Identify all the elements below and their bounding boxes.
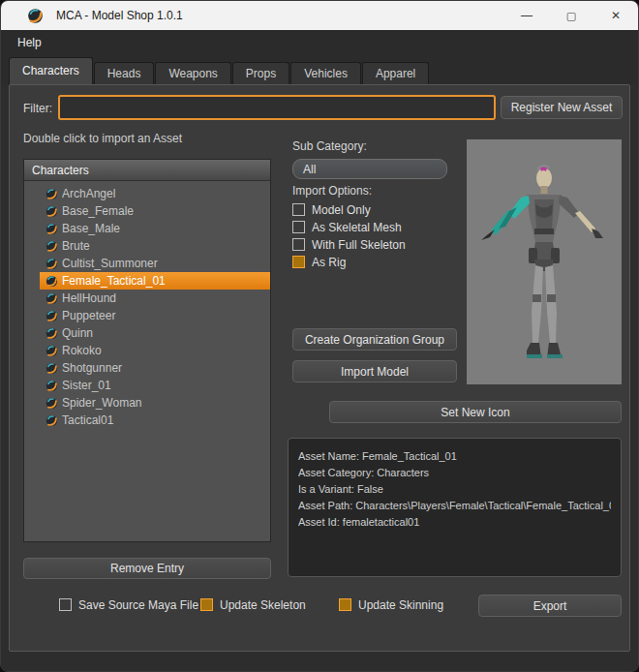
option-update-skeleton-row: Update Skeleton (200, 598, 339, 611)
character-render (467, 139, 622, 384)
list-item-label: Spider_Woman (62, 396, 142, 410)
maximize-button[interactable]: ▢ (549, 1, 593, 30)
asset-info-box: Asset Name: Female_Tactical_01Asset Cate… (288, 438, 622, 577)
option-update-skeleton-label: Update Skeleton (220, 598, 306, 612)
tab-characters[interactable]: Characters (9, 57, 93, 84)
option-save-source-maya-file-label: Save Source Maya File (78, 598, 198, 612)
tab-heads[interactable]: Heads (94, 62, 155, 84)
sub-category-dropdown[interactable]: All (292, 159, 447, 179)
export-button[interactable]: Export (478, 595, 622, 617)
list-item-label: Base_Male (62, 222, 120, 235)
list-item[interactable]: Female_Tactical_01 (40, 272, 270, 290)
tab-props[interactable]: Props (232, 62, 289, 84)
option-as-rig-label: As Rig (312, 256, 346, 269)
option-update-skeleton-checkbox[interactable] (200, 598, 213, 611)
option-update-skinning-checkbox[interactable] (339, 598, 351, 611)
list-item-label: Quinn (62, 326, 93, 340)
register-new-asset-button[interactable]: Register New Asset (501, 96, 623, 119)
maya-asset-icon (46, 380, 58, 392)
filter-input[interactable] (58, 95, 496, 120)
list-item-label: Base_Female (62, 204, 134, 218)
list-item-label: Female_Tactical_01 (62, 274, 166, 288)
list-item[interactable]: Base_Male (40, 220, 270, 237)
remove-entry-button[interactable]: Remove Entry (23, 558, 271, 579)
list-item[interactable]: HellHound (40, 290, 270, 307)
list-item-label: Puppeteer (62, 309, 115, 322)
set-new-icon-button[interactable]: Set New Icon (329, 401, 622, 423)
sub-category-label: Sub Category: (292, 139, 367, 153)
asset-preview-image (467, 139, 622, 384)
option-model-only-label: Model Only (312, 203, 371, 217)
list-item[interactable]: Shotgunner (40, 359, 270, 377)
option-as-rig-checkbox[interactable] (292, 256, 305, 268)
option-update-skinning-label: Update Skinning (358, 598, 443, 612)
asset-list: Characters ArchAngel Base_Female Base_Ma… (23, 159, 271, 542)
option-with-full-skeleton-label: With Full Skeleton (312, 238, 406, 252)
minimize-button[interactable]: — (504, 1, 549, 30)
close-button[interactable]: ✕ (593, 1, 638, 30)
tab-vehicles[interactable]: Vehicles (290, 62, 361, 84)
list-item[interactable]: Cultist_Summoner (40, 255, 270, 272)
list-item-label: Tactical01 (62, 413, 113, 427)
option-as-skeletal-mesh-label: As Skeletal Mesh (312, 221, 402, 234)
list-item[interactable]: Base_Female (40, 202, 270, 220)
list-item[interactable]: Puppeteer (40, 307, 270, 324)
list-item[interactable]: Spider_Woman (40, 394, 270, 412)
list-item-label: Cultist_Summoner (62, 257, 158, 270)
option-save-source-maya-file-checkbox[interactable] (59, 598, 72, 611)
maya-asset-icon (46, 310, 58, 322)
option-save-source-maya-file-row: Save Source Maya File (59, 598, 200, 611)
create-organization-group-button[interactable]: Create Organization Group (292, 328, 457, 351)
import-model-button[interactable]: Import Model (292, 360, 457, 382)
maya-app-icon (27, 8, 44, 24)
maya-asset-icon (46, 362, 58, 375)
option-update-skinning-row: Update Skinning (339, 598, 443, 611)
maya-asset-icon (46, 292, 58, 305)
maya-asset-icon (46, 327, 58, 340)
export-options-row: Save Source Maya FileUpdate SkeletonUpda… (59, 598, 443, 611)
maya-asset-icon (46, 258, 58, 270)
tab-weapons[interactable]: Weapons (155, 62, 230, 84)
menu-item-help[interactable]: Help (14, 34, 46, 51)
app-window: MCA - Model Shop 1.0.1 — ▢ ✕ Help Charac… (0, 0, 639, 672)
option-as-skeletal-mesh-checkbox[interactable] (292, 221, 305, 233)
maya-asset-icon (46, 240, 58, 253)
filter-label: Filter: (23, 102, 52, 115)
main-panel: Filter: Register New Asset Double click … (9, 84, 630, 652)
maya-asset-icon (46, 188, 58, 200)
import-options-label: Import Options: (292, 184, 372, 198)
tab-bar: CharactersHeadsWeaponsPropsVehiclesAppar… (1, 55, 638, 84)
list-item[interactable]: Tactical01 (40, 412, 270, 429)
option-as-rig-row: As Rig (292, 256, 406, 268)
menu-bar: Help (1, 30, 638, 55)
list-item[interactable]: Quinn (40, 324, 270, 342)
maya-asset-icon (46, 345, 58, 357)
list-item-label: Shotgunner (62, 361, 122, 375)
option-model-only-row: Model Only (292, 203, 406, 216)
option-model-only-checkbox[interactable] (292, 203, 305, 216)
tab-apparel[interactable]: Apparel (362, 62, 429, 84)
list-item-label: ArchAngel (62, 187, 115, 200)
option-with-full-skeleton-checkbox[interactable] (292, 238, 305, 251)
list-item[interactable]: Brute (40, 237, 270, 255)
list-item[interactable]: Rokoko (40, 342, 270, 359)
list-item-label: Rokoko (62, 344, 102, 357)
list-item[interactable]: Sister_01 (40, 377, 270, 394)
option-as-skeletal-mesh-row: As Skeletal Mesh (292, 221, 406, 233)
list-item[interactable]: ArchAngel (40, 185, 270, 202)
asset-info-line: Is a Variant: False (298, 481, 611, 498)
maya-asset-icon (46, 205, 58, 218)
asset-info-line: Asset Path: Characters\Players\Female\Ta… (298, 498, 611, 514)
maya-asset-icon (46, 397, 58, 410)
asset-info-line: Asset Category: Characters (298, 465, 611, 481)
import-options-group: Model OnlyAs Skeletal MeshWith Full Skel… (292, 203, 406, 268)
list-item-label: Sister_01 (62, 379, 111, 392)
asset-list-header[interactable]: Characters (24, 160, 270, 181)
asset-info-line: Asset Name: Female_Tactical_01 (298, 448, 611, 465)
maya-asset-icon (46, 275, 58, 288)
maya-asset-icon (46, 223, 58, 235)
list-item-label: HellHound (62, 291, 116, 305)
asset-info-line: Asset Id: femaletactical01 (298, 514, 611, 531)
title-bar: MCA - Model Shop 1.0.1 — ▢ ✕ (1, 1, 638, 30)
option-with-full-skeleton-row: With Full Skeleton (292, 238, 406, 251)
